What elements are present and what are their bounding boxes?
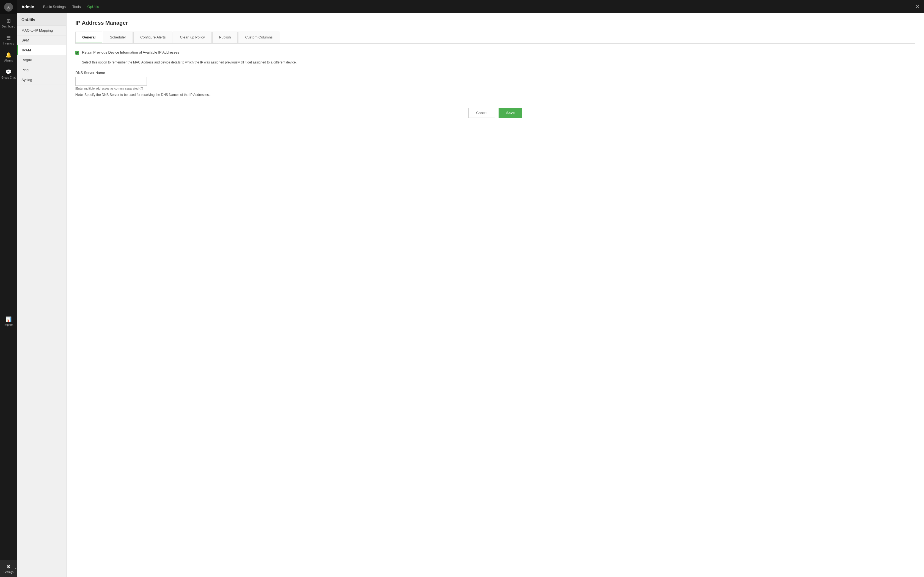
retain-info-checkbox-wrapper bbox=[75, 51, 79, 55]
tab-configure-alerts[interactable]: Configure Alerts bbox=[133, 32, 173, 43]
content-wrapper: OpUtils MAC-to-IP Mapping SPM IPAM Rogue… bbox=[17, 13, 924, 577]
tab-scheduler[interactable]: Scheduler bbox=[103, 32, 133, 43]
sidebar-menu-spm[interactable]: SPM bbox=[17, 35, 66, 45]
header-nav-oputils[interactable]: OpUtils bbox=[87, 3, 99, 10]
tab-general[interactable]: General bbox=[75, 32, 102, 43]
sidebar-menu-ipam[interactable]: IPAM bbox=[17, 45, 66, 55]
sidebar-menu-rogue[interactable]: Rogue bbox=[17, 55, 66, 65]
group-chat-icon: 💬 bbox=[5, 69, 11, 75]
header-title: Admin bbox=[21, 5, 34, 9]
sidebar-item-inventory[interactable]: ☰ Inventory bbox=[0, 31, 17, 48]
sidebar-item-label: Alarms bbox=[4, 59, 13, 62]
sidebar-item-label: Group Chat bbox=[2, 76, 16, 79]
tabs-container: General Scheduler Configure Alerts Clean… bbox=[75, 32, 915, 44]
main-content: IP Address Manager General Scheduler Con… bbox=[66, 13, 924, 577]
sidebar-item-group-chat[interactable]: 💬 Group Chat bbox=[0, 65, 17, 82]
dashboard-icon: ⊞ bbox=[6, 18, 11, 24]
sidebar-item-dashboard[interactable]: ⊞ Dashboard bbox=[0, 14, 17, 31]
reports-icon: 📊 bbox=[5, 316, 11, 322]
sidebar-item-label: Dashboard bbox=[2, 25, 15, 28]
dns-server-note: Note :Specify the DNS Server to be used … bbox=[75, 93, 915, 97]
settings-icon: ⚙ bbox=[6, 564, 11, 570]
sidebar-item-label: Settings bbox=[3, 571, 13, 574]
second-sidebar: OpUtils MAC-to-IP Mapping SPM IPAM Rogue… bbox=[17, 13, 66, 577]
header-nav-basic-settings[interactable]: Basic Settings bbox=[43, 3, 66, 10]
sidebar-menu-ping[interactable]: Ping bbox=[17, 65, 66, 75]
main-area: Admin Basic Settings Tools OpUtils ✕ OpU… bbox=[17, 0, 924, 577]
sidebar-menu-syslog[interactable]: Syslog bbox=[17, 75, 66, 85]
dns-server-hint: [Enter multiple addresses as comma separ… bbox=[75, 87, 915, 90]
dns-server-input[interactable] bbox=[75, 77, 147, 86]
sidebar-item-alarms[interactable]: 🔔 Alarms bbox=[0, 48, 17, 65]
sidebar-item-label: Reports bbox=[3, 323, 13, 326]
alarms-icon: 🔔 bbox=[5, 52, 11, 58]
page-title: IP Address Manager bbox=[75, 20, 915, 26]
avatar[interactable]: A bbox=[4, 3, 13, 11]
left-navigation: A ⊞ Dashboard ☰ Inventory 🔔 Alarms 💬 Gro… bbox=[0, 0, 17, 577]
sidebar-item-label: Inventory bbox=[3, 42, 14, 45]
inventory-icon: ☰ bbox=[6, 35, 11, 41]
dns-server-label: DNS Server Name bbox=[75, 71, 915, 75]
expand-arrow-icon: ▶ bbox=[15, 567, 16, 570]
sidebar-item-reports[interactable]: 📊 Reports bbox=[0, 313, 17, 330]
cancel-button[interactable]: Cancel bbox=[468, 108, 495, 118]
tab-publish[interactable]: Publish bbox=[212, 32, 238, 43]
checkbox-row: Retain Previous Device Information of Av… bbox=[75, 50, 915, 55]
retain-info-checkbox[interactable] bbox=[75, 51, 79, 55]
action-buttons: Cancel Save bbox=[75, 108, 915, 118]
top-header: Admin Basic Settings Tools OpUtils ✕ bbox=[17, 0, 924, 13]
second-sidebar-title: OpUtils bbox=[17, 13, 66, 26]
header-nav-tools[interactable]: Tools bbox=[72, 3, 81, 10]
nav-avatar-section: A bbox=[0, 0, 17, 14]
sidebar-item-settings[interactable]: ⚙ Settings ▶ bbox=[0, 560, 17, 577]
tab-custom-columns[interactable]: Custom Columns bbox=[238, 32, 279, 43]
sidebar-menu-mac-to-ip[interactable]: MAC-to-IP Mapping bbox=[17, 26, 66, 35]
close-icon[interactable]: ✕ bbox=[916, 3, 919, 10]
retain-info-description: Select this option to remember the MAC A… bbox=[82, 60, 915, 65]
save-button[interactable]: Save bbox=[499, 108, 522, 118]
retain-info-label[interactable]: Retain Previous Device Information of Av… bbox=[82, 50, 179, 55]
tab-clean-up-policy[interactable]: Clean up Policy bbox=[173, 32, 212, 43]
